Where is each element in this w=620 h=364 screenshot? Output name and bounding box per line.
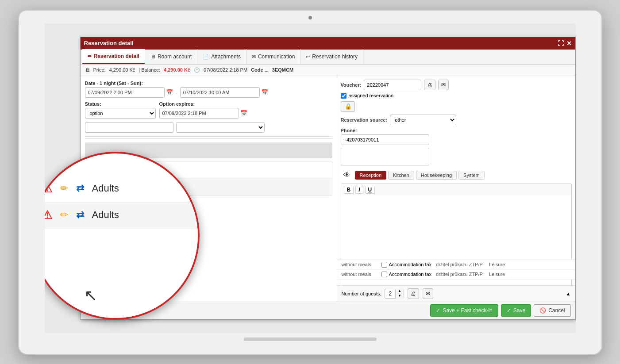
zoom-alert-1: ⚠ [45,183,52,194]
phone-label: Phone: [341,128,572,133]
spin-down-btn[interactable]: ▼ [396,294,404,299]
tab-room-account[interactable]: 🖥 Room account [145,49,197,64]
save-label: Save [513,307,525,314]
zoom-circle-inner: ⚠ ✏ ⇄ Adults ⚠ ✏ ⇄ Adults ↖ [45,153,198,318]
voucher-label: Voucher: [341,82,362,88]
date-from-input[interactable] [85,87,165,98]
tab-communication-label: Communication [258,54,295,60]
device-bottom-bar [244,337,377,341]
voucher-input[interactable] [364,80,421,90]
zoom-transfer-1[interactable]: ⇄ [76,183,84,194]
spin-buttons: ▲ ▼ [395,289,404,299]
cursor-arrow-zoom: ↖ [84,286,97,305]
eye-icon[interactable]: 👁 [341,170,353,180]
spin-up-btn[interactable]: ▲ [396,289,404,294]
voucher-email-btn[interactable]: ✉ [438,80,449,90]
cancel-button[interactable]: 🚫 Cancel [534,304,570,317]
accom-tax-label-2: Accommodation tax [389,272,432,277]
zoom-row-1: ⚠ ✏ ⇄ Adults [45,176,198,202]
zoom-edit-1[interactable]: ✏ [60,183,68,194]
note-textarea[interactable] [341,148,429,165]
purpose-2: Leisure [489,272,505,277]
note-tab-system[interactable]: System [458,171,485,180]
option-expires-input[interactable] [159,108,239,119]
source-row: Reservation source: other [341,115,572,125]
close-button[interactable]: ✕ [566,40,572,47]
guest-detail-row-2: without meals Accommodation tax držitel … [337,270,575,280]
tab-reservation-detail-label: Reservation detail [94,53,139,59]
date-to-wrapper: 📅 [180,87,268,98]
guest-detail-row-1: without meals Accommodation tax držitel … [337,260,575,270]
date-to-calendar-btn[interactable]: 📅 [261,89,268,96]
title-bar-controls: ⛶ ✕ [558,40,572,47]
price-label: Price: [93,67,106,73]
status-label: Status: [85,101,156,107]
rte-underline-btn[interactable]: U [365,186,375,194]
maximize-button[interactable]: ⛶ [558,40,564,47]
source-label: Reservation source: [341,117,388,123]
communication-icon: ✉ [252,54,256,60]
save-icon: ✓ [507,307,511,314]
tab-communication[interactable]: ✉ Communication [246,49,300,64]
zoom-edit-2[interactable]: ✏ [60,209,68,221]
date-from-calendar-btn[interactable]: 📅 [166,89,173,96]
note-tab-kitchen[interactable]: Kitchen [388,171,414,180]
guests-print-btn[interactable]: 🖨 [408,288,419,299]
save-button[interactable]: ✓ Save [501,304,531,317]
voucher-section: Voucher: 🖨 ✉ assigned reservation 🔒 [341,80,572,167]
accom-checkbox-2: Accommodation tax [381,272,432,277]
zoom-name-2: Adults [92,209,119,221]
room-input[interactable] [85,122,173,133]
option-expires-label: Option expires: [159,101,247,107]
guests-spinner: 2 ▲ ▼ [385,289,404,299]
tab-attachments[interactable]: 📄 Attachments [197,49,246,64]
accom-tax-check-2[interactable] [381,272,387,277]
device-shell: Reservation detail ⛶ ✕ ✏ Reservation det… [18,10,602,355]
status-group: Status: option [85,101,156,119]
option-expires-calendar-btn[interactable]: 📅 [240,110,247,116]
info-bar: 🖥 Price: 4,290.00 Kč | Balance: 4,290.00… [81,65,575,76]
zoom-name-1: Adults [92,183,119,194]
guests-collapse-btn[interactable]: ▲ [566,291,571,296]
voucher-print-btn[interactable]: 🖨 [424,80,435,90]
datetime-value: 07/08/2022 2:18 PM [204,67,247,73]
cancel-icon: 🚫 [539,307,546,314]
clock-icon: 🕐 [194,67,200,73]
save-fast-checkin-button[interactable]: ✓ Save + Fast check-in [430,304,498,317]
lock-btn[interactable]: 🔒 [341,101,355,112]
tab-room-account-label: Room account [158,54,192,60]
rte-italic-btn[interactable]: I [355,186,363,194]
note-tab-reception[interactable]: Reception [355,171,387,180]
status-select[interactable]: option [85,108,156,119]
phone-input[interactable] [341,134,429,145]
accom-tax-check-1[interactable] [381,262,387,268]
assigned-checkbox[interactable] [341,93,347,99]
room-select[interactable] [176,122,265,133]
dialog-title: Reservation detail [84,40,134,46]
guests-count-value: 2 [385,291,395,297]
save-fast-check-icon: ✓ [436,307,440,314]
code-value: 3EQMCM [272,67,293,73]
room-account-icon: 🖥 [150,54,155,59]
device-camera [308,16,312,19]
assigned-row: assigned reservation [341,93,572,99]
guests-email-btn[interactable]: ✉ [423,288,433,299]
ztp-label-1: držitel průkazu ZTP/P [436,262,485,267]
price-icon: 🖥 [85,67,90,73]
balance-value: 4,290.00 Kč [164,67,190,73]
note-tab-housekeeping[interactable]: Housekeeping [416,171,457,180]
date-to-input[interactable] [180,87,260,98]
tab-reservation-detail[interactable]: ✏ Reservation detail [82,49,145,64]
meal-type-1: without meals [342,262,377,267]
meal-type-2: without meals [342,272,377,277]
tab-attachments-label: Attachments [211,54,241,60]
zoom-transfer-2[interactable]: ⇄ [76,209,84,221]
tab-reservation-history[interactable]: ↩ Reservation history [300,49,363,64]
guests-count-label: Number of guests: [342,291,381,296]
purpose-1: Leisure [489,262,505,267]
accom-checkbox-1: Accommodation tax [381,262,432,268]
ztp-label-2: držitel průkazu ZTP/P [436,272,485,277]
source-select[interactable]: other [390,115,456,125]
guest-details-section: without meals Accommodation tax držitel … [337,260,575,280]
rte-bold-btn[interactable]: B [344,186,354,194]
